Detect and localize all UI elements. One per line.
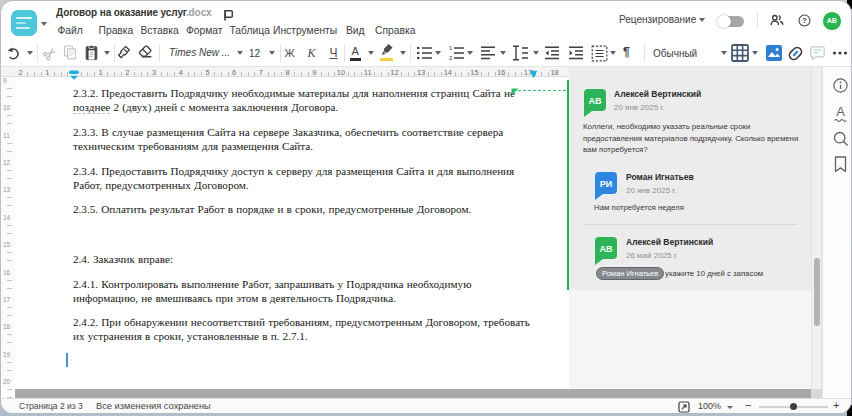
svg-text:АВ: АВ	[589, 96, 602, 106]
svg-text:1: 1	[449, 45, 453, 51]
svg-text:А: А	[836, 104, 845, 119]
svg-text:2: 2	[449, 55, 453, 61]
svg-text:РИ: РИ	[600, 179, 612, 189]
svg-text:?: ?	[802, 16, 806, 25]
svg-text:АВ: АВ	[600, 244, 613, 254]
